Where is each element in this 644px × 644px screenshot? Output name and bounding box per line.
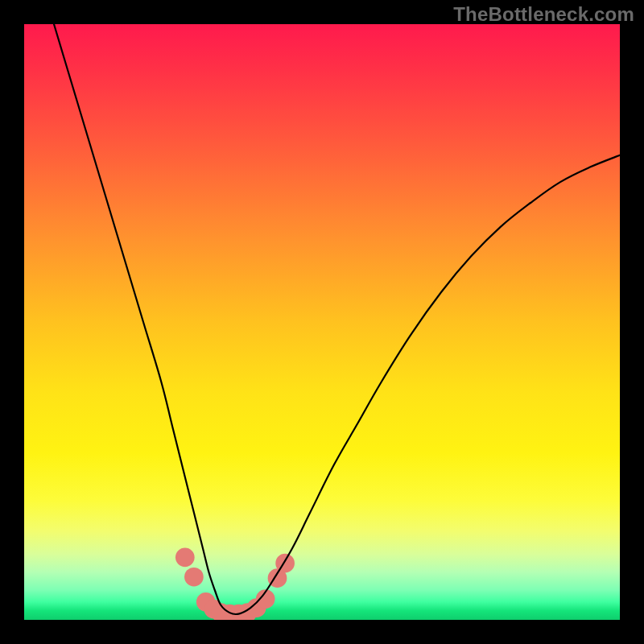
plot-area [24, 24, 620, 620]
bottleneck-curve [54, 24, 620, 614]
right-marker-upper [275, 554, 295, 573]
markers-group [175, 547, 295, 620]
chart-frame: TheBottleneck.com [0, 0, 644, 644]
watermark-text: TheBottleneck.com [453, 3, 634, 26]
left-marker-mid [184, 568, 204, 587]
left-marker-upper [175, 547, 195, 567]
chart-svg [24, 24, 620, 620]
